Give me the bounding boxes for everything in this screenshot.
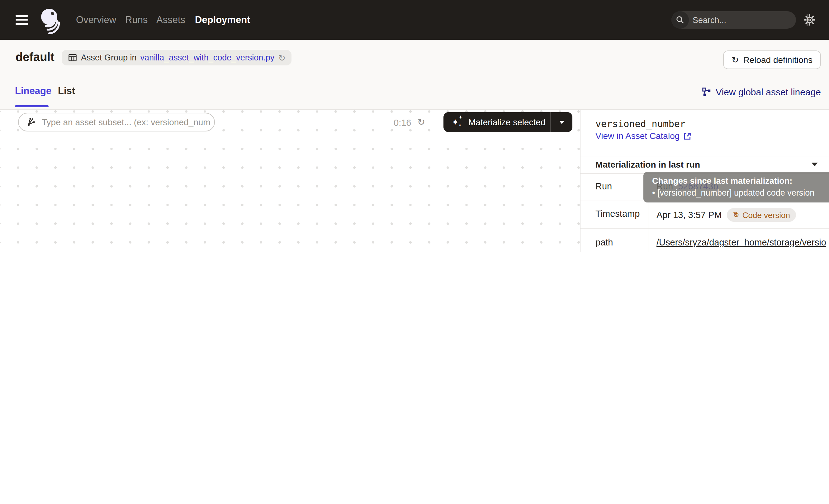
dagster-logo[interactable] bbox=[36, 6, 64, 35]
code-version-badge: ↻! Code version bbox=[727, 208, 796, 222]
view-global-asset-lineage-label: View global asset lineage bbox=[716, 86, 821, 97]
path-row-label: path bbox=[596, 237, 613, 247]
sparkles-icon: ✦✦✦ bbox=[452, 116, 463, 128]
top-nav: Overview Runs Assets Deployment / bbox=[0, 0, 829, 40]
dagster-octopus-icon bbox=[36, 6, 64, 35]
panel-asset-title: versioned_number bbox=[596, 118, 685, 130]
refresh-timer: 0:16 bbox=[394, 118, 411, 128]
changes-since-last-materialization-tooltip: Changes since last materialization: • [v… bbox=[643, 172, 829, 203]
materialize-selected-label: Materialize selected bbox=[468, 117, 545, 127]
tab-list[interactable]: List bbox=[58, 82, 75, 100]
asset-subset-input[interactable] bbox=[40, 116, 212, 128]
asset-group-file-link[interactable]: vanilla_asset_with_code_version.py bbox=[140, 53, 275, 62]
nav-item-deployment[interactable]: Deployment bbox=[195, 0, 250, 40]
tooltip-change-item: • [versioned_number] updated code versio… bbox=[652, 188, 814, 197]
app-window: Overview Runs Assets Deployment / defaul… bbox=[0, 0, 829, 252]
external-link-icon bbox=[683, 132, 691, 140]
view-in-asset-catalog-label: View in Asset Catalog bbox=[596, 131, 680, 141]
refresh-icon[interactable]: ↻ bbox=[278, 53, 285, 62]
view-in-asset-catalog-link[interactable]: View in Asset Catalog bbox=[596, 131, 691, 141]
chevron-down-icon bbox=[812, 163, 818, 166]
tab-lineage[interactable]: Lineage bbox=[15, 82, 51, 100]
lineage-graph-icon bbox=[702, 87, 711, 96]
timestamp-value: Apr 13, 3:57 PM bbox=[656, 210, 722, 220]
table-grid-icon bbox=[68, 53, 77, 62]
global-search[interactable]: / bbox=[672, 11, 796, 29]
search-icon bbox=[672, 11, 689, 29]
asset-subset-filter[interactable] bbox=[18, 113, 215, 132]
hamburger-menu-icon[interactable] bbox=[15, 15, 28, 25]
path-link[interactable]: /Users/sryza/dagster_home/storage/versio bbox=[656, 237, 826, 247]
timestamp-row-label: Timestamp bbox=[596, 209, 640, 219]
nav-item-overview[interactable]: Overview bbox=[76, 0, 116, 40]
asset-group-badge: Asset Group in vanilla_asset_with_code_v… bbox=[62, 50, 292, 65]
materialize-dropdown-button[interactable] bbox=[550, 112, 572, 132]
chevron-down-icon bbox=[559, 120, 564, 124]
run-row-label: Run bbox=[596, 181, 612, 191]
refresh-icon[interactable]: ↻ bbox=[417, 116, 425, 128]
asset-group-prefix: Asset Group in bbox=[81, 53, 137, 62]
path-row-value: /Users/sryza/dagster_home/storage/versio bbox=[656, 237, 829, 247]
timestamp-row-value: Apr 13, 3:57 PM ↻! Code version bbox=[656, 208, 796, 222]
gear-icon[interactable] bbox=[803, 14, 816, 29]
page-title: default bbox=[15, 50, 55, 64]
reload-icon: ↻ bbox=[731, 56, 739, 64]
search-input[interactable] bbox=[689, 15, 806, 25]
reload-definitions-button[interactable]: ↻ Reload definitions bbox=[723, 50, 821, 69]
nav-item-assets[interactable]: Assets bbox=[156, 0, 185, 40]
code-version-changed-icon: ↻! bbox=[733, 211, 739, 219]
code-version-badge-label: Code version bbox=[743, 210, 790, 220]
section-header-materialization-in-last-run[interactable]: Materialization in last run bbox=[580, 156, 829, 173]
active-tab-indicator bbox=[15, 105, 48, 107]
tooltip-title: Changes since last materialization: bbox=[652, 176, 792, 186]
materialize-selected-button[interactable]: ✦✦✦ Materialize selected bbox=[443, 112, 572, 132]
nav-item-runs[interactable]: Runs bbox=[125, 0, 148, 40]
asset-selection-icon bbox=[26, 117, 36, 128]
reload-definitions-label: Reload definitions bbox=[743, 55, 813, 65]
view-global-asset-lineage-link[interactable]: View global asset lineage bbox=[702, 84, 821, 99]
